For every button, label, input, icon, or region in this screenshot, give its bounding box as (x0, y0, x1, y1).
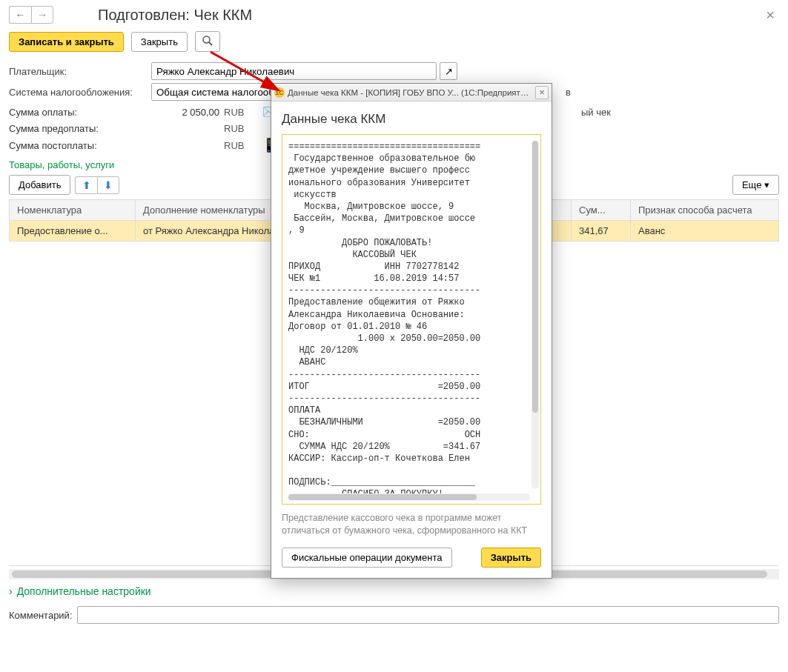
more-menu-button[interactable]: Еще ▾ (732, 175, 779, 195)
cell-paymethod[interactable]: Аванс (631, 221, 779, 242)
receipt-text: ==================================== Гос… (288, 141, 539, 501)
pay-amount-value: 2 050,00 (109, 107, 224, 118)
external-link-icon: ↗ (445, 66, 453, 77)
partial-text-1: в (566, 87, 571, 98)
tax-system-label: Система налогообложения: (9, 87, 148, 98)
payer-label: Плательщик: (9, 66, 148, 77)
popup-titlebar[interactable]: 1С Данные чека ККМ - [КОПИЯ] ГОБУ ВПО У.… (271, 84, 552, 102)
pay-amount-label: Сумма оплаты: (9, 107, 109, 118)
close-button[interactable]: Закрыть (131, 32, 188, 52)
col-sum[interactable]: Сум... (572, 200, 631, 221)
nav-forward-button[interactable]: → (31, 6, 53, 24)
fiscal-operations-button[interactable]: Фискальные операции документа (282, 548, 452, 568)
popup-close-yellow-button[interactable]: Закрыть (481, 548, 541, 568)
popup-close-button[interactable]: × (535, 86, 549, 99)
preview-receipt-button[interactable] (195, 31, 220, 52)
close-icon[interactable]: × (761, 7, 779, 24)
cell-sum[interactable]: 341,67 (572, 221, 631, 242)
prepay-amount-label: Сумма предоплаты: (9, 123, 109, 134)
comment-input[interactable] (77, 606, 780, 624)
add-row-button[interactable]: Добавить (9, 175, 70, 195)
svg-line-1 (209, 42, 212, 45)
popup-window-title: Данные чека ККМ - [КОПИЯ] ГОБУ ВПО У... … (288, 88, 532, 97)
popup-heading: Данные чека ККМ (282, 112, 541, 127)
move-down-button[interactable]: ⬇ (97, 176, 119, 194)
move-up-button[interactable]: ⬆ (75, 176, 97, 194)
col-paymethod[interactable]: Признак способа расчета (631, 200, 779, 221)
cell-nomenclature[interactable]: Предоставление о... (10, 221, 136, 242)
prepay-amount-currency: RUB (224, 123, 254, 134)
page-title: Подготовлен: Чек ККМ (98, 7, 252, 24)
app-icon: 1С (274, 87, 285, 98)
additional-settings-link[interactable]: Дополнительные настройки (17, 585, 151, 597)
receipt-vertical-scrollbar[interactable] (532, 141, 539, 489)
chevron-down-icon: ▾ (764, 179, 769, 190)
magnifier-icon (202, 36, 213, 49)
partial-text-2: ый чек (581, 107, 611, 118)
svg-point-0 (203, 36, 210, 43)
receipt-preview: ==================================== Гос… (282, 134, 541, 505)
payer-input[interactable] (151, 62, 437, 80)
receipt-popup: 1С Данные чека ККМ - [КОПИЯ] ГОБУ ВПО У.… (271, 83, 552, 579)
chevron-right-icon[interactable]: › (9, 585, 13, 597)
postpay-amount-currency: RUB (224, 140, 254, 151)
receipt-horizontal-scrollbar[interactable] (288, 493, 530, 501)
postpay-amount-label: Сумма постоплаты: (9, 140, 109, 151)
col-nomenclature[interactable]: Номенклатура (10, 200, 136, 221)
comment-label: Комментарий: (9, 610, 73, 621)
nav-back-button[interactable]: ← (9, 6, 31, 24)
open-payer-button[interactable]: ↗ (440, 62, 457, 80)
pay-amount-currency: RUB (224, 107, 254, 118)
popup-note: Представление кассового чека в программе… (282, 512, 541, 537)
write-and-close-button[interactable]: Записать и закрыть (9, 32, 124, 52)
